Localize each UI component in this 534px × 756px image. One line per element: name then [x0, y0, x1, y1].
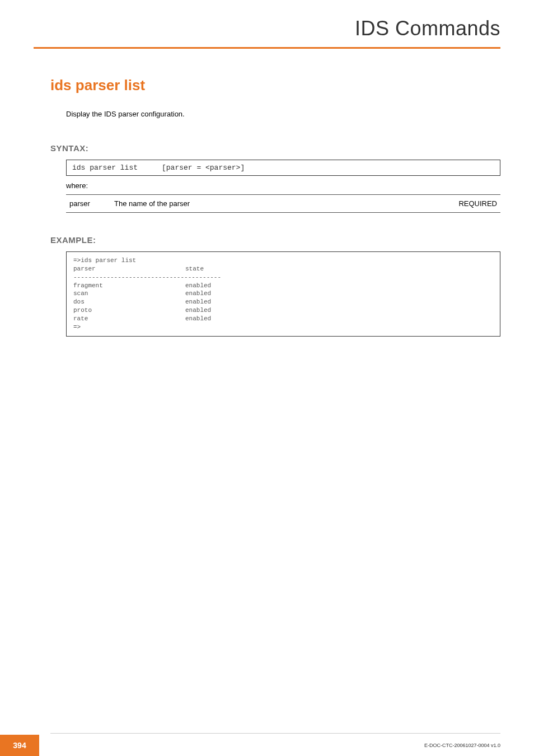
page-header: IDS Commands — [0, 0, 534, 49]
param-name: parser — [66, 195, 111, 213]
example-section: EXAMPLE: =>ids parser list parserstate -… — [50, 235, 500, 337]
header-divider — [34, 47, 500, 49]
example-row-state: enabled — [185, 290, 211, 297]
example-row-name: rate — [73, 315, 185, 323]
example-row-name: scan — [73, 290, 185, 298]
table-row: parser The name of the parser REQUIRED — [66, 195, 500, 213]
param-description: The name of the parser — [111, 195, 444, 213]
example-row-name: proto — [73, 306, 185, 315]
where-label: where: — [66, 181, 500, 190]
command-description: Display the IDS parser configuration. — [66, 110, 500, 118]
header-title: IDS Commands — [34, 17, 500, 47]
document-code: E-DOC-CTC-20061027-0004 v1.0 — [424, 743, 500, 748]
command-title: ids parser list — [50, 77, 500, 94]
content-area: ids parser list Display the IDS parser c… — [0, 49, 534, 337]
syntax-command: ids parser list — [72, 164, 162, 172]
example-row-state: enabled — [185, 307, 211, 314]
example-label: EXAMPLE: — [50, 235, 500, 245]
syntax-box: ids parser list[parser = <parser>] — [66, 160, 500, 176]
example-end-prompt: => — [73, 324, 81, 330]
example-colhead-parser: parser — [73, 265, 185, 273]
example-row-state: enabled — [185, 282, 211, 289]
example-box: =>ids parser list parserstate ----------… — [66, 251, 500, 337]
example-row-name: dos — [73, 298, 185, 306]
page-number-badge: 394 — [0, 735, 39, 756]
parameter-table: parser The name of the parser REQUIRED — [66, 194, 500, 213]
syntax-label: SYNTAX: — [50, 143, 500, 153]
example-colhead-state: state — [185, 265, 204, 272]
example-row-state: enabled — [185, 315, 211, 322]
page-footer: 394 E-DOC-CTC-20061027-0004 v1.0 — [0, 734, 534, 756]
example-row-state: enabled — [185, 298, 211, 305]
example-prompt: =>ids parser list — [73, 257, 136, 264]
example-divider: ---------------------------------------- — [73, 274, 221, 281]
syntax-args: [parser = <parser>] — [162, 164, 245, 172]
param-required: REQUIRED — [444, 195, 500, 213]
example-row-name: fragment — [73, 282, 185, 290]
